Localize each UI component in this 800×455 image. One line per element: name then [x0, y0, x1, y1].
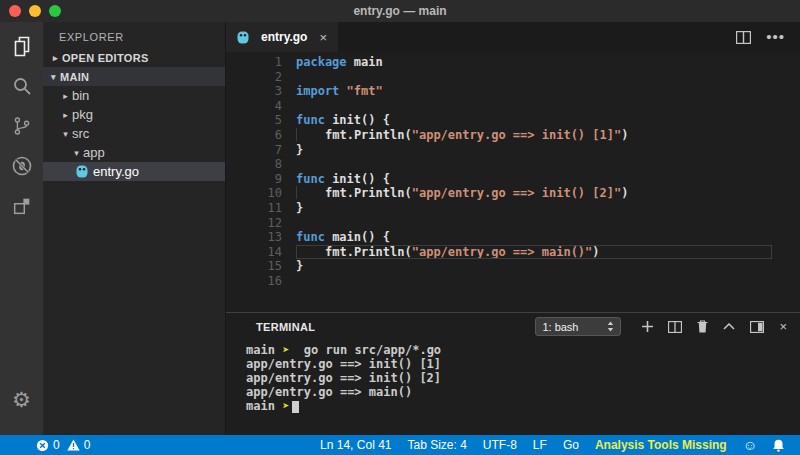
terminal-select[interactable]: 1: bash [535, 317, 621, 336]
chevron-right-icon: ▸ [59, 110, 72, 120]
zoom-window-button[interactable] [49, 5, 61, 17]
line-number: 2 [226, 70, 296, 85]
code-token: ) [592, 245, 599, 259]
terminal-line: app/entry.go ==> init() [1] [246, 357, 800, 371]
tab-size[interactable]: Tab Size: 4 [399, 438, 474, 452]
line-number: 9 [226, 172, 296, 187]
code-line-content [296, 70, 772, 85]
tree-item-src[interactable]: ▾src [43, 124, 225, 143]
code-line-9[interactable]: 9func init() { [226, 172, 800, 187]
cursor-position[interactable]: Ln 14, Col 41 [312, 438, 399, 452]
code-line-content [296, 157, 772, 172]
tree-item-app[interactable]: ▾app [43, 143, 225, 162]
feedback-smiley-icon[interactable]: ☺ [735, 438, 765, 452]
code-line-content [296, 99, 772, 114]
section-open-editors[interactable]: ▸ OPEN EDITORS [43, 48, 225, 67]
code-token: init() { [325, 113, 390, 127]
minimize-window-button[interactable] [29, 5, 41, 17]
maximize-panel-icon[interactable] [723, 323, 735, 330]
more-actions-icon[interactable]: ••• [766, 32, 785, 42]
eol-indicator[interactable]: LF [525, 438, 555, 452]
section-main[interactable]: ▾ MAIN [43, 67, 225, 86]
file-tree: ▸bin▸pkg▾src▾appentry.go [43, 86, 225, 181]
tree-item-label: entry.go [93, 164, 139, 179]
terminal-line: main ➤ go run src/app/*.go [246, 343, 800, 357]
tree-item-bin[interactable]: ▸bin [43, 86, 225, 105]
tab-bar: entry.go × ••• [226, 22, 800, 52]
code-line-16[interactable]: 16 [226, 274, 800, 289]
code-line-content: package main [296, 55, 772, 70]
code-line-content: } [296, 201, 772, 216]
line-number: 6 [226, 128, 296, 143]
split-terminal-icon[interactable] [668, 321, 682, 333]
workbench: ⚙ EXPLORER ▸ OPEN EDITORS ▾ MAIN ▸bin▸pk… [0, 22, 800, 435]
chevron-down-icon: ▾ [70, 148, 83, 158]
panel-position-icon[interactable] [750, 321, 764, 333]
close-panel-icon[interactable]: × [779, 319, 787, 334]
problems-errors[interactable]: 0 [34, 438, 62, 452]
code-line-content: func init() { [296, 172, 772, 187]
tree-item-entry-go[interactable]: entry.go [43, 162, 225, 181]
code-line-14[interactable]: 14fmt.Println("app/entry.go ==> main()") [226, 245, 800, 260]
settings-button[interactable]: ⚙ [0, 379, 43, 419]
editor-group: entry.go × ••• 1package main23import "fm… [225, 22, 800, 435]
code-token: import [296, 84, 339, 98]
terminal[interactable]: main ➤ go run src/app/*.goapp/entry.go =… [226, 340, 800, 435]
panel-tab-terminal[interactable]: TERMINAL [256, 321, 315, 333]
notifications-bell-icon[interactable] [765, 439, 792, 452]
line-number: 10 [226, 186, 296, 201]
code-token: fmt.Println( [325, 128, 412, 142]
activity-debug[interactable] [0, 146, 43, 186]
status-left: 0 0 [0, 438, 92, 452]
code-line-8[interactable]: 8 [226, 157, 800, 172]
code-line-4[interactable]: 4 [226, 99, 800, 114]
code-line-content: fmt.Println("app/entry.go ==> main()") [296, 245, 772, 260]
panel-header: TERMINAL 1: bash [226, 313, 800, 340]
tab-entry-go[interactable]: entry.go × [226, 22, 338, 52]
code-token: ) [621, 128, 628, 142]
titlebar: entry.go — main [0, 0, 800, 22]
code-line-13[interactable]: 13func main() { [226, 230, 800, 245]
warning-icon [67, 439, 80, 451]
code-line-11[interactable]: 11} [226, 201, 800, 216]
code-line-content: fmt.Println("app/entry.go ==> init() [1]… [296, 128, 772, 143]
code-line-7[interactable]: 7} [226, 143, 800, 158]
activity-explorer[interactable] [0, 26, 43, 66]
activity-source-control[interactable] [0, 106, 43, 146]
kill-terminal-icon[interactable] [697, 320, 708, 333]
terminal-cursor [292, 401, 299, 413]
tree-item-label: src [72, 126, 89, 141]
code-editor[interactable]: 1package main23import "fmt"45func init()… [226, 52, 800, 312]
debug-icon [10, 154, 34, 178]
encoding[interactable]: UTF-8 [475, 438, 525, 452]
line-number: 12 [226, 216, 296, 231]
problems-warnings[interactable]: 0 [65, 438, 93, 452]
activity-search[interactable] [0, 66, 43, 106]
code-line-5[interactable]: 5func init() { [226, 113, 800, 128]
error-count: 0 [53, 438, 60, 452]
code-line-content: func main() { [296, 230, 772, 245]
code-token: func [296, 113, 325, 127]
code-line-2[interactable]: 2 [226, 70, 800, 85]
close-window-button[interactable] [9, 5, 21, 17]
analysis-tools-warning[interactable]: Analysis Tools Missing [587, 438, 735, 452]
split-editor-icon[interactable] [736, 31, 751, 44]
editor-actions: ••• [736, 22, 800, 52]
tab-label: entry.go [261, 30, 307, 44]
language-mode[interactable]: Go [555, 438, 587, 452]
code-line-1[interactable]: 1package main [226, 55, 800, 70]
code-line-12[interactable]: 12 [226, 216, 800, 231]
code-token: fmt.Println( [325, 245, 412, 259]
line-number: 4 [226, 99, 296, 114]
activity-extensions[interactable] [0, 186, 43, 226]
code-line-3[interactable]: 3import "fmt" [226, 84, 800, 99]
code-line-6[interactable]: 6fmt.Println("app/entry.go ==> init() [1… [226, 128, 800, 143]
new-terminal-icon[interactable] [642, 321, 653, 332]
explorer-sidebar: EXPLORER ▸ OPEN EDITORS ▾ MAIN ▸bin▸pkg▾… [43, 22, 225, 435]
close-tab-icon[interactable]: × [319, 30, 327, 45]
select-arrows-icon [607, 321, 614, 332]
extensions-icon [11, 195, 33, 217]
code-line-10[interactable]: 10fmt.Println("app/entry.go ==> init() [… [226, 186, 800, 201]
code-line-15[interactable]: 15} [226, 259, 800, 274]
tree-item-pkg[interactable]: ▸pkg [43, 105, 225, 124]
